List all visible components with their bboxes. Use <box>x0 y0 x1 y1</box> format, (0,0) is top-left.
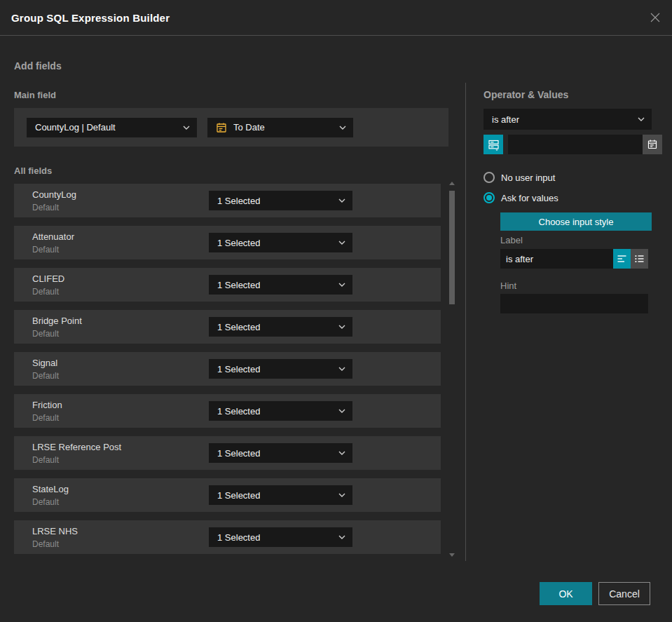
scrollbar-thumb[interactable] <box>449 191 455 304</box>
panel-divider <box>465 83 466 561</box>
date-field-dropdown[interactable]: To Date <box>207 118 353 137</box>
hint-input[interactable] <box>500 294 648 313</box>
operator-values-panel: Operator & Values is after <box>484 84 652 582</box>
chevron-down-icon <box>338 325 345 329</box>
add-fields-heading: Add fields <box>14 60 62 72</box>
field-row: CLIFED Default 1 Selected <box>14 268 441 302</box>
field-selection-dropdown[interactable]: 1 Selected <box>209 485 352 505</box>
chevron-down-icon <box>339 126 346 130</box>
ask-for-values-label: Ask for values <box>501 193 558 203</box>
field-selection-dropdown[interactable]: 1 Selected <box>209 275 352 295</box>
field-name: Bridge Point <box>32 316 82 326</box>
label-input[interactable] <box>500 249 613 269</box>
label-heading: Label <box>500 235 523 245</box>
list-value-style-button[interactable] <box>631 249 648 269</box>
field-subtitle: Default <box>32 497 59 507</box>
field-selection-dropdown[interactable]: 1 Selected <box>209 317 352 337</box>
field-subtitle: Default <box>32 245 59 255</box>
field-selection-text: 1 Selected <box>217 406 260 417</box>
scrollbar-up-arrow[interactable] <box>449 182 455 185</box>
hint-heading: Hint <box>500 280 516 291</box>
single-value-style-button[interactable] <box>613 249 631 269</box>
align-left-icon <box>617 254 627 264</box>
chevron-down-icon <box>338 493 345 497</box>
field-subtitle: Default <box>32 371 59 381</box>
cancel-button[interactable]: Cancel <box>598 582 650 605</box>
values-source-button[interactable] <box>484 135 503 154</box>
no-user-input-radio[interactable]: No user input <box>484 172 555 183</box>
field-selection-text: 1 Selected <box>217 196 260 206</box>
main-field-dropdown-value: CountyLog | Default <box>35 122 116 133</box>
field-row: Bridge Point Default 1 Selected <box>14 310 441 344</box>
all-fields-list: CountyLog Default 1 Selected Attenuator … <box>14 184 441 562</box>
value-input[interactable] <box>508 135 643 154</box>
field-subtitle: Default <box>32 413 59 423</box>
field-row: Signal Default 1 Selected <box>14 352 441 386</box>
field-selection-text: 1 Selected <box>217 490 260 501</box>
operator-dropdown[interactable]: is after <box>484 109 652 130</box>
choose-input-style-button[interactable]: Choose input style <box>500 212 652 231</box>
field-row: Friction Default 1 Selected <box>14 394 441 428</box>
chevron-down-icon <box>338 451 345 455</box>
field-selection-dropdown[interactable]: 1 Selected <box>209 359 352 379</box>
stacked-values-icon <box>488 139 500 151</box>
ok-button[interactable]: OK <box>540 582 592 605</box>
field-subtitle: Default <box>32 203 59 212</box>
field-selection-dropdown[interactable]: 1 Selected <box>209 191 352 210</box>
field-row: Attenuator Default 1 Selected <box>14 226 441 259</box>
field-name: CLIFED <box>32 273 64 284</box>
close-button[interactable] <box>648 11 662 25</box>
scrollbar-down-arrow[interactable] <box>449 553 455 557</box>
label-row <box>500 249 648 269</box>
group-sql-expression-builder-dialog: Group SQL Expression Builder Add fields … <box>0 0 672 622</box>
field-selection-dropdown[interactable]: 1 Selected <box>209 443 352 463</box>
field-subtitle: Default <box>32 287 59 297</box>
dialog-title: Group SQL Expression Builder <box>11 0 170 36</box>
chevron-down-icon <box>338 535 345 539</box>
no-user-input-label: No user input <box>501 173 555 183</box>
chevron-down-icon <box>638 117 645 121</box>
title-bar: Group SQL Expression Builder <box>0 0 672 36</box>
field-name: LRSE Reference Post <box>32 442 121 452</box>
field-selection-text: 1 Selected <box>217 364 260 374</box>
calendar-icon <box>647 139 658 150</box>
ask-for-values-radio[interactable]: Ask for values <box>484 192 558 203</box>
field-row: LRSE NHS Default 1 Selected <box>14 520 441 554</box>
field-row: LRSE Reference Post Default 1 Selected <box>14 436 441 470</box>
chevron-down-icon <box>338 367 345 371</box>
chevron-down-icon <box>338 283 345 287</box>
field-selection-text: 1 Selected <box>217 448 260 459</box>
field-name: Signal <box>32 358 57 368</box>
field-name: StateLog <box>32 484 69 494</box>
all-fields-heading: All fields <box>14 165 52 176</box>
field-name: Friction <box>32 400 62 410</box>
field-selection-text: 1 Selected <box>217 280 260 290</box>
field-row: StateLog Default 1 Selected <box>14 478 441 512</box>
operator-dropdown-value: is after <box>492 114 519 125</box>
field-subtitle: Default <box>32 329 59 339</box>
value-entry-row <box>484 135 652 154</box>
main-field-dropdown[interactable]: CountyLog | Default <box>27 118 197 137</box>
field-name: CountyLog <box>32 189 76 200</box>
field-selection-text: 1 Selected <box>217 532 260 543</box>
field-row: CountyLog Default 1 Selected <box>14 184 441 217</box>
radio-checked-icon <box>484 192 495 203</box>
field-selection-text: 1 Selected <box>217 322 260 332</box>
main-field-heading: Main field <box>14 90 56 100</box>
field-selection-text: 1 Selected <box>217 238 260 248</box>
hint-row <box>500 294 648 313</box>
field-name: LRSE NHS <box>32 526 78 536</box>
chevron-down-icon <box>338 198 345 203</box>
date-picker-button[interactable] <box>643 135 662 154</box>
field-selection-dropdown[interactable]: 1 Selected <box>209 233 352 252</box>
chevron-down-icon <box>338 409 345 413</box>
close-icon <box>649 11 661 24</box>
field-subtitle: Default <box>32 539 59 549</box>
field-selection-dropdown[interactable]: 1 Selected <box>209 527 352 547</box>
operator-values-heading: Operator & Values <box>484 89 568 100</box>
date-field-dropdown-value: To Date <box>233 122 265 133</box>
radio-unchecked-icon <box>484 172 495 183</box>
list-icon <box>634 254 645 264</box>
field-selection-dropdown[interactable]: 1 Selected <box>209 401 352 421</box>
chevron-down-icon <box>338 241 345 245</box>
